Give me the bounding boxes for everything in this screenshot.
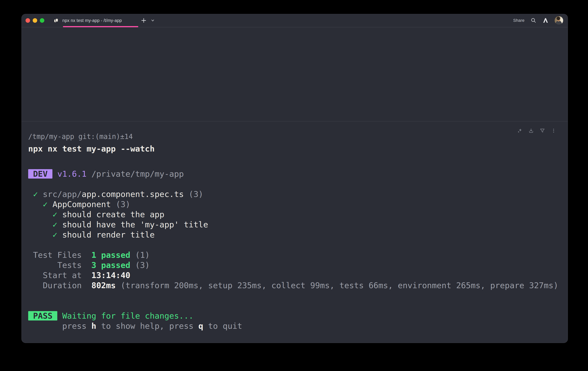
text-segment: ✓ (43, 200, 48, 209)
text-segment: (transform 200ms, setup 235ms, collect 9… (116, 281, 558, 290)
text-segment: 802ms (92, 281, 116, 290)
prompt-line: /tmp/my-app git:(main)±14 (28, 132, 568, 142)
text-segment: src/app/ (43, 189, 82, 199)
terminal-output-line (28, 159, 568, 169)
text-segment: ✓ (52, 210, 57, 219)
badge-pass: PASS (28, 311, 57, 320)
text-segment (52, 169, 57, 179)
text-segment: 13:14:40 (92, 270, 130, 280)
search-icon[interactable] (531, 18, 536, 23)
text-segment: Duration (28, 281, 92, 290)
text-segment: ✓ (52, 220, 57, 229)
terminal-output: DEV v1.6.1 /private/tmp/my-app ✓ src/app… (28, 159, 568, 331)
text-segment: ✓ (33, 189, 38, 199)
text-segment: Waiting for file changes... (62, 311, 193, 320)
text-segment: Start at (28, 270, 92, 280)
text-segment (57, 311, 62, 320)
text-segment: v1.6.1 (57, 169, 86, 179)
terminal-output-line: ✓ src/app/app.component.spec.ts (3) (28, 189, 568, 199)
download-icon[interactable] (528, 128, 534, 133)
sparkle-ai-icon[interactable] (517, 128, 523, 133)
terminal-output-line: ✓ should have the 'my-app' title (28, 219, 568, 230)
desktop: { "window": { "tab_title": "npx nx test … (0, 0, 588, 371)
text-segment: ✓ (52, 230, 57, 239)
terminal-output-line (28, 301, 568, 311)
tab-list-chevron-icon[interactable] (151, 18, 155, 22)
terminal-window: npx nx test my-app - /t/my-app Share (21, 14, 568, 343)
new-tab-button[interactable] (141, 18, 147, 23)
active-tab-indicator (63, 26, 138, 27)
text-segment: (3) (184, 189, 203, 199)
text-segment: h (92, 321, 96, 331)
terminal-output-line (28, 240, 568, 250)
text-segment: press (28, 321, 92, 331)
text-segment: should create the app (57, 210, 164, 219)
block-toolbar (517, 128, 556, 133)
terminal-output-line: ✓ AppComponent (3) (28, 199, 568, 209)
text-segment (38, 189, 43, 199)
text-segment (28, 230, 52, 239)
text-segment: Tests (28, 260, 92, 270)
text-segment: to show help, press (96, 321, 198, 331)
terminal-output-line: Tests 3 passed (3) (28, 260, 568, 270)
terminal-output-line (28, 179, 568, 189)
text-segment: to quit (203, 321, 242, 331)
badge-dev: DEV (28, 169, 52, 179)
text-segment: should render title (57, 230, 155, 239)
text-segment: 3 passed (92, 260, 130, 270)
terminal-output-line (28, 290, 568, 301)
traffic-lights (26, 18, 44, 23)
tab-active[interactable]: npx nx test my-app - /t/my-app (54, 14, 122, 27)
text-segment (28, 220, 52, 229)
terminal-output-line: ✓ should create the app (28, 209, 568, 219)
text-segment (28, 189, 33, 199)
terminal-output-line: Start at 13:14:40 (28, 270, 568, 280)
command-line: npx nx test my-app --watch (28, 144, 568, 154)
titlebar-actions: Share (513, 14, 563, 27)
pages-icon (54, 18, 59, 23)
close-window-button[interactable] (26, 18, 30, 23)
tab-title: npx nx test my-app - /t/my-app (62, 18, 122, 23)
text-segment: AppComponent (48, 200, 111, 209)
kebab-menu-icon[interactable] (551, 128, 556, 133)
text-segment: Test Files (28, 250, 92, 260)
minimize-window-button[interactable] (33, 18, 37, 23)
text-segment: should have the 'my-app' title (57, 220, 208, 229)
text-segment: 1 passed (92, 250, 130, 260)
text-segment (28, 200, 43, 209)
text-segment (28, 210, 52, 219)
command-block: /tmp/my-app git:(main)±14 npx nx test my… (21, 122, 568, 331)
text-segment: /private/tmp/my-app (92, 169, 184, 179)
text-segment: (1) (130, 250, 150, 260)
warp-logo-icon[interactable] (543, 18, 548, 23)
share-button[interactable]: Share (513, 18, 525, 23)
titlebar: npx nx test my-app - /t/my-app Share (21, 14, 568, 27)
text-segment: app.component.spec.ts (82, 189, 184, 199)
terminal-output-line: DEV v1.6.1 /private/tmp/my-app (28, 169, 568, 179)
text-segment (87, 169, 92, 179)
filter-icon[interactable] (540, 128, 545, 133)
terminal-output-line: Duration 802ms (transform 200ms, setup 2… (28, 280, 568, 290)
text-segment: (3) (111, 200, 130, 209)
terminal-output-line: Test Files 1 passed (1) (28, 250, 568, 260)
text-segment: q (198, 321, 203, 331)
zoom-window-button[interactable] (40, 18, 44, 23)
avatar[interactable] (555, 16, 563, 25)
text-segment: (3) (130, 260, 150, 270)
previous-block (21, 27, 568, 121)
terminal-output-line: press h to show help, press q to quit (28, 321, 568, 331)
terminal-output-line: PASS Waiting for file changes... (28, 311, 568, 321)
terminal-output-line: ✓ should render title (28, 230, 568, 240)
